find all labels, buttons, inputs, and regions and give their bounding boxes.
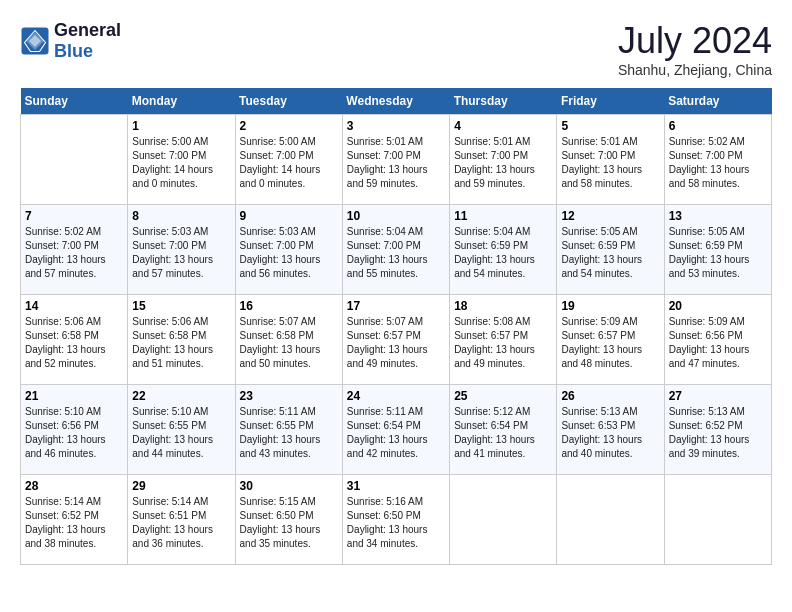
calendar-header: SundayMondayTuesdayWednesdayThursdayFrid… [21, 88, 772, 115]
day-number: 27 [669, 389, 767, 403]
calendar-day-cell: 7Sunrise: 5:02 AMSunset: 7:00 PMDaylight… [21, 205, 128, 295]
calendar-day-cell [664, 475, 771, 565]
calendar-week: 28Sunrise: 5:14 AMSunset: 6:52 PMDayligh… [21, 475, 772, 565]
logo: General Blue [20, 20, 121, 62]
logo-icon [20, 26, 50, 56]
day-number: 29 [132, 479, 230, 493]
day-info: Sunrise: 5:05 AMSunset: 6:59 PMDaylight:… [561, 225, 659, 281]
day-info: Sunrise: 5:04 AMSunset: 7:00 PMDaylight:… [347, 225, 445, 281]
calendar-day-cell [557, 475, 664, 565]
title-section: July 2024 Shanhu, Zhejiang, China [618, 20, 772, 78]
day-info: Sunrise: 5:03 AMSunset: 7:00 PMDaylight:… [132, 225, 230, 281]
calendar-day-cell: 29Sunrise: 5:14 AMSunset: 6:51 PMDayligh… [128, 475, 235, 565]
day-info: Sunrise: 5:06 AMSunset: 6:58 PMDaylight:… [25, 315, 123, 371]
day-info: Sunrise: 5:01 AMSunset: 7:00 PMDaylight:… [561, 135, 659, 191]
day-number: 10 [347, 209, 445, 223]
month-title: July 2024 [618, 20, 772, 62]
day-info: Sunrise: 5:09 AMSunset: 6:56 PMDaylight:… [669, 315, 767, 371]
calendar-day-cell: 28Sunrise: 5:14 AMSunset: 6:52 PMDayligh… [21, 475, 128, 565]
day-number: 25 [454, 389, 552, 403]
weekday-header: Saturday [664, 88, 771, 115]
day-info: Sunrise: 5:00 AMSunset: 7:00 PMDaylight:… [240, 135, 338, 191]
day-number: 4 [454, 119, 552, 133]
calendar-day-cell: 9Sunrise: 5:03 AMSunset: 7:00 PMDaylight… [235, 205, 342, 295]
weekday-row: SundayMondayTuesdayWednesdayThursdayFrid… [21, 88, 772, 115]
day-info: Sunrise: 5:10 AMSunset: 6:55 PMDaylight:… [132, 405, 230, 461]
weekday-header: Thursday [450, 88, 557, 115]
calendar-day-cell: 8Sunrise: 5:03 AMSunset: 7:00 PMDaylight… [128, 205, 235, 295]
page-header: General Blue July 2024 Shanhu, Zhejiang,… [20, 20, 772, 78]
day-info: Sunrise: 5:13 AMSunset: 6:52 PMDaylight:… [669, 405, 767, 461]
calendar-day-cell: 6Sunrise: 5:02 AMSunset: 7:00 PMDaylight… [664, 115, 771, 205]
calendar-day-cell: 10Sunrise: 5:04 AMSunset: 7:00 PMDayligh… [342, 205, 449, 295]
day-number: 2 [240, 119, 338, 133]
calendar-day-cell: 27Sunrise: 5:13 AMSunset: 6:52 PMDayligh… [664, 385, 771, 475]
day-number: 1 [132, 119, 230, 133]
weekday-header: Wednesday [342, 88, 449, 115]
day-info: Sunrise: 5:15 AMSunset: 6:50 PMDaylight:… [240, 495, 338, 551]
calendar-day-cell: 15Sunrise: 5:06 AMSunset: 6:58 PMDayligh… [128, 295, 235, 385]
calendar-body: 1Sunrise: 5:00 AMSunset: 7:00 PMDaylight… [21, 115, 772, 565]
day-info: Sunrise: 5:03 AMSunset: 7:00 PMDaylight:… [240, 225, 338, 281]
day-number: 20 [669, 299, 767, 313]
calendar-day-cell [21, 115, 128, 205]
weekday-header: Friday [557, 88, 664, 115]
day-number: 7 [25, 209, 123, 223]
calendar-day-cell: 4Sunrise: 5:01 AMSunset: 7:00 PMDaylight… [450, 115, 557, 205]
day-number: 16 [240, 299, 338, 313]
day-info: Sunrise: 5:07 AMSunset: 6:58 PMDaylight:… [240, 315, 338, 371]
calendar-day-cell [450, 475, 557, 565]
day-info: Sunrise: 5:14 AMSunset: 6:52 PMDaylight:… [25, 495, 123, 551]
day-number: 14 [25, 299, 123, 313]
calendar-week: 21Sunrise: 5:10 AMSunset: 6:56 PMDayligh… [21, 385, 772, 475]
day-info: Sunrise: 5:11 AMSunset: 6:54 PMDaylight:… [347, 405, 445, 461]
day-number: 19 [561, 299, 659, 313]
calendar-day-cell: 2Sunrise: 5:00 AMSunset: 7:00 PMDaylight… [235, 115, 342, 205]
day-number: 21 [25, 389, 123, 403]
day-number: 8 [132, 209, 230, 223]
weekday-header: Monday [128, 88, 235, 115]
day-number: 17 [347, 299, 445, 313]
day-number: 23 [240, 389, 338, 403]
day-info: Sunrise: 5:11 AMSunset: 6:55 PMDaylight:… [240, 405, 338, 461]
day-info: Sunrise: 5:02 AMSunset: 7:00 PMDaylight:… [669, 135, 767, 191]
day-info: Sunrise: 5:16 AMSunset: 6:50 PMDaylight:… [347, 495, 445, 551]
day-number: 22 [132, 389, 230, 403]
day-number: 26 [561, 389, 659, 403]
day-info: Sunrise: 5:12 AMSunset: 6:54 PMDaylight:… [454, 405, 552, 461]
day-info: Sunrise: 5:01 AMSunset: 7:00 PMDaylight:… [347, 135, 445, 191]
day-info: Sunrise: 5:04 AMSunset: 6:59 PMDaylight:… [454, 225, 552, 281]
day-info: Sunrise: 5:07 AMSunset: 6:57 PMDaylight:… [347, 315, 445, 371]
calendar-day-cell: 21Sunrise: 5:10 AMSunset: 6:56 PMDayligh… [21, 385, 128, 475]
day-info: Sunrise: 5:10 AMSunset: 6:56 PMDaylight:… [25, 405, 123, 461]
calendar-week: 14Sunrise: 5:06 AMSunset: 6:58 PMDayligh… [21, 295, 772, 385]
day-number: 31 [347, 479, 445, 493]
calendar-day-cell: 12Sunrise: 5:05 AMSunset: 6:59 PMDayligh… [557, 205, 664, 295]
logo-text: General Blue [54, 20, 121, 62]
calendar-day-cell: 5Sunrise: 5:01 AMSunset: 7:00 PMDaylight… [557, 115, 664, 205]
day-number: 18 [454, 299, 552, 313]
calendar-week: 1Sunrise: 5:00 AMSunset: 7:00 PMDaylight… [21, 115, 772, 205]
calendar-day-cell: 23Sunrise: 5:11 AMSunset: 6:55 PMDayligh… [235, 385, 342, 475]
day-info: Sunrise: 5:08 AMSunset: 6:57 PMDaylight:… [454, 315, 552, 371]
calendar-table: SundayMondayTuesdayWednesdayThursdayFrid… [20, 88, 772, 565]
calendar-day-cell: 11Sunrise: 5:04 AMSunset: 6:59 PMDayligh… [450, 205, 557, 295]
calendar-day-cell: 18Sunrise: 5:08 AMSunset: 6:57 PMDayligh… [450, 295, 557, 385]
calendar-day-cell: 26Sunrise: 5:13 AMSunset: 6:53 PMDayligh… [557, 385, 664, 475]
day-number: 13 [669, 209, 767, 223]
calendar-day-cell: 24Sunrise: 5:11 AMSunset: 6:54 PMDayligh… [342, 385, 449, 475]
weekday-header: Sunday [21, 88, 128, 115]
day-number: 15 [132, 299, 230, 313]
calendar-day-cell: 17Sunrise: 5:07 AMSunset: 6:57 PMDayligh… [342, 295, 449, 385]
calendar-day-cell: 3Sunrise: 5:01 AMSunset: 7:00 PMDaylight… [342, 115, 449, 205]
day-number: 5 [561, 119, 659, 133]
calendar-week: 7Sunrise: 5:02 AMSunset: 7:00 PMDaylight… [21, 205, 772, 295]
day-number: 30 [240, 479, 338, 493]
calendar-day-cell: 14Sunrise: 5:06 AMSunset: 6:58 PMDayligh… [21, 295, 128, 385]
day-info: Sunrise: 5:01 AMSunset: 7:00 PMDaylight:… [454, 135, 552, 191]
calendar-day-cell: 1Sunrise: 5:00 AMSunset: 7:00 PMDaylight… [128, 115, 235, 205]
calendar-day-cell: 16Sunrise: 5:07 AMSunset: 6:58 PMDayligh… [235, 295, 342, 385]
calendar-day-cell: 30Sunrise: 5:15 AMSunset: 6:50 PMDayligh… [235, 475, 342, 565]
day-info: Sunrise: 5:06 AMSunset: 6:58 PMDaylight:… [132, 315, 230, 371]
day-number: 3 [347, 119, 445, 133]
